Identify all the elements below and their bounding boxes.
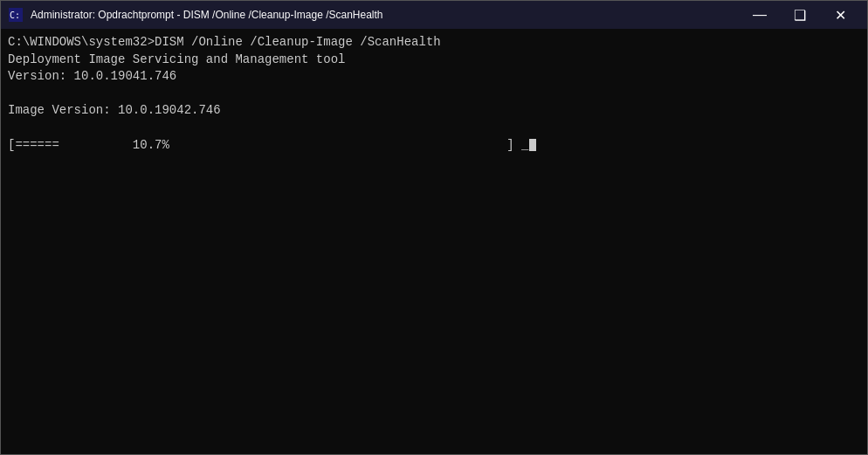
terminal-line4: Image Version: 10.0.19042.746 — [8, 102, 860, 120]
terminal-progress: [====== 10.7% ] _ — [8, 137, 860, 155]
maximize-button[interactable]: ❑ — [780, 1, 820, 29]
terminal-line3 — [8, 86, 860, 103]
terminal-line2: Version: 10.0.19041.746 — [8, 68, 860, 86]
close-button[interactable]: ✕ — [820, 1, 860, 29]
cmd-icon: C: — [8, 7, 24, 23]
progress-cursor: _ — [514, 137, 529, 155]
terminal-prompt: C:\WINDOWS\system32>DISM /Online /Cleanu… — [8, 34, 860, 52]
terminal-body[interactable]: C:\WINDOWS\system32>DISM /Online /Cleanu… — [1, 29, 867, 454]
window-controls: — ❑ ✕ — [740, 1, 860, 29]
minimize-button[interactable]: — — [740, 1, 780, 29]
terminal-line5 — [8, 120, 860, 137]
window-title: Administrator: Opdrachtprompt - DISM /On… — [31, 9, 740, 21]
cursor-blink — [529, 139, 536, 151]
progress-prefix: [====== — [8, 137, 59, 155]
title-bar: C: Administrator: Opdrachtprompt - DISM … — [1, 1, 867, 29]
svg-text:C:: C: — [10, 10, 20, 20]
progress-percent: 10.7% — [59, 137, 169, 155]
terminal-line1: Deployment Image Servicing and Managemen… — [8, 52, 860, 69]
cmd-window: C: Administrator: Opdrachtprompt - DISM … — [0, 0, 868, 455]
progress-suffix: ] — [169, 137, 514, 155]
